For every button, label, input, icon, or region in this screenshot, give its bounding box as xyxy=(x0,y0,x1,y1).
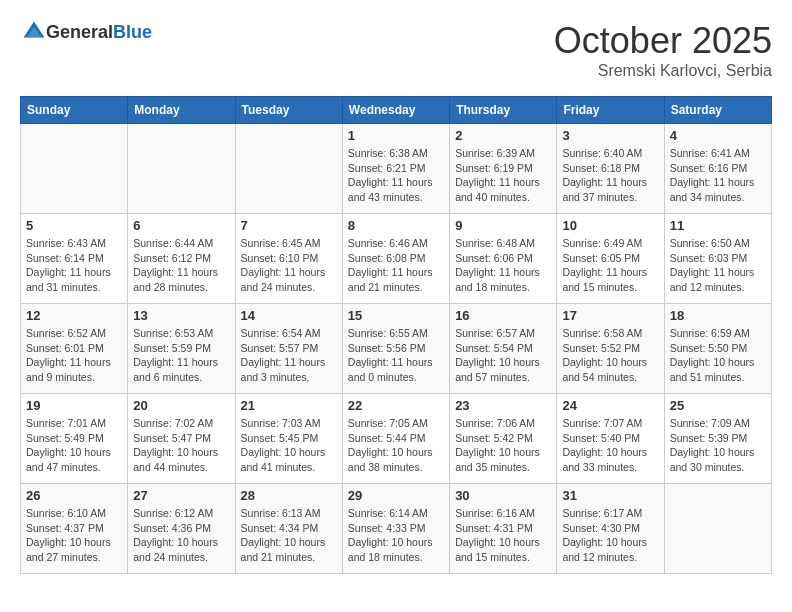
calendar-cell: 25Sunrise: 7:09 AM Sunset: 5:39 PM Dayli… xyxy=(664,394,771,484)
page-header: GeneralBlue October 2025 Sremski Karlovc… xyxy=(20,20,772,80)
day-info: Sunrise: 7:09 AM Sunset: 5:39 PM Dayligh… xyxy=(670,416,766,475)
day-number: 25 xyxy=(670,398,766,413)
day-number: 13 xyxy=(133,308,229,323)
weekday-header-monday: Monday xyxy=(128,97,235,124)
day-info: Sunrise: 6:43 AM Sunset: 6:14 PM Dayligh… xyxy=(26,236,122,295)
day-number: 19 xyxy=(26,398,122,413)
day-number: 22 xyxy=(348,398,444,413)
calendar-cell: 7Sunrise: 6:45 AM Sunset: 6:10 PM Daylig… xyxy=(235,214,342,304)
calendar-cell: 13Sunrise: 6:53 AM Sunset: 5:59 PM Dayli… xyxy=(128,304,235,394)
day-info: Sunrise: 6:54 AM Sunset: 5:57 PM Dayligh… xyxy=(241,326,337,385)
calendar-week-row: 12Sunrise: 6:52 AM Sunset: 6:01 PM Dayli… xyxy=(21,304,772,394)
day-info: Sunrise: 6:16 AM Sunset: 4:31 PM Dayligh… xyxy=(455,506,551,565)
day-number: 4 xyxy=(670,128,766,143)
calendar-cell: 3Sunrise: 6:40 AM Sunset: 6:18 PM Daylig… xyxy=(557,124,664,214)
day-info: Sunrise: 6:45 AM Sunset: 6:10 PM Dayligh… xyxy=(241,236,337,295)
calendar-cell: 24Sunrise: 7:07 AM Sunset: 5:40 PM Dayli… xyxy=(557,394,664,484)
day-number: 3 xyxy=(562,128,658,143)
day-info: Sunrise: 6:13 AM Sunset: 4:34 PM Dayligh… xyxy=(241,506,337,565)
day-info: Sunrise: 6:14 AM Sunset: 4:33 PM Dayligh… xyxy=(348,506,444,565)
calendar-cell: 5Sunrise: 6:43 AM Sunset: 6:14 PM Daylig… xyxy=(21,214,128,304)
calendar-cell: 4Sunrise: 6:41 AM Sunset: 6:16 PM Daylig… xyxy=(664,124,771,214)
day-info: Sunrise: 7:06 AM Sunset: 5:42 PM Dayligh… xyxy=(455,416,551,475)
day-number: 31 xyxy=(562,488,658,503)
day-number: 17 xyxy=(562,308,658,323)
day-number: 7 xyxy=(241,218,337,233)
day-info: Sunrise: 6:38 AM Sunset: 6:21 PM Dayligh… xyxy=(348,146,444,205)
calendar-cell: 14Sunrise: 6:54 AM Sunset: 5:57 PM Dayli… xyxy=(235,304,342,394)
day-number: 21 xyxy=(241,398,337,413)
calendar-cell: 21Sunrise: 7:03 AM Sunset: 5:45 PM Dayli… xyxy=(235,394,342,484)
calendar-cell: 18Sunrise: 6:59 AM Sunset: 5:50 PM Dayli… xyxy=(664,304,771,394)
logo-text-blue: Blue xyxy=(113,22,152,42)
day-info: Sunrise: 7:03 AM Sunset: 5:45 PM Dayligh… xyxy=(241,416,337,475)
calendar-cell: 1Sunrise: 6:38 AM Sunset: 6:21 PM Daylig… xyxy=(342,124,449,214)
weekday-header-saturday: Saturday xyxy=(664,97,771,124)
day-info: Sunrise: 6:55 AM Sunset: 5:56 PM Dayligh… xyxy=(348,326,444,385)
calendar-cell: 12Sunrise: 6:52 AM Sunset: 6:01 PM Dayli… xyxy=(21,304,128,394)
calendar-cell: 27Sunrise: 6:12 AM Sunset: 4:36 PM Dayli… xyxy=(128,484,235,574)
calendar-cell xyxy=(664,484,771,574)
calendar-cell: 20Sunrise: 7:02 AM Sunset: 5:47 PM Dayli… xyxy=(128,394,235,484)
day-info: Sunrise: 6:10 AM Sunset: 4:37 PM Dayligh… xyxy=(26,506,122,565)
day-info: Sunrise: 7:05 AM Sunset: 5:44 PM Dayligh… xyxy=(348,416,444,475)
day-number: 18 xyxy=(670,308,766,323)
day-number: 10 xyxy=(562,218,658,233)
day-info: Sunrise: 6:41 AM Sunset: 6:16 PM Dayligh… xyxy=(670,146,766,205)
day-info: Sunrise: 6:53 AM Sunset: 5:59 PM Dayligh… xyxy=(133,326,229,385)
day-number: 2 xyxy=(455,128,551,143)
day-number: 27 xyxy=(133,488,229,503)
calendar-cell: 9Sunrise: 6:48 AM Sunset: 6:06 PM Daylig… xyxy=(450,214,557,304)
day-info: Sunrise: 6:58 AM Sunset: 5:52 PM Dayligh… xyxy=(562,326,658,385)
day-info: Sunrise: 6:50 AM Sunset: 6:03 PM Dayligh… xyxy=(670,236,766,295)
day-number: 24 xyxy=(562,398,658,413)
day-number: 11 xyxy=(670,218,766,233)
day-info: Sunrise: 6:59 AM Sunset: 5:50 PM Dayligh… xyxy=(670,326,766,385)
day-number: 12 xyxy=(26,308,122,323)
calendar-cell: 19Sunrise: 7:01 AM Sunset: 5:49 PM Dayli… xyxy=(21,394,128,484)
logo-icon xyxy=(22,20,46,44)
weekday-header-thursday: Thursday xyxy=(450,97,557,124)
calendar-cell: 16Sunrise: 6:57 AM Sunset: 5:54 PM Dayli… xyxy=(450,304,557,394)
calendar-cell: 29Sunrise: 6:14 AM Sunset: 4:33 PM Dayli… xyxy=(342,484,449,574)
calendar-cell: 17Sunrise: 6:58 AM Sunset: 5:52 PM Dayli… xyxy=(557,304,664,394)
day-number: 14 xyxy=(241,308,337,323)
day-info: Sunrise: 6:49 AM Sunset: 6:05 PM Dayligh… xyxy=(562,236,658,295)
day-number: 28 xyxy=(241,488,337,503)
day-info: Sunrise: 6:17 AM Sunset: 4:30 PM Dayligh… xyxy=(562,506,658,565)
day-info: Sunrise: 6:57 AM Sunset: 5:54 PM Dayligh… xyxy=(455,326,551,385)
day-info: Sunrise: 6:46 AM Sunset: 6:08 PM Dayligh… xyxy=(348,236,444,295)
calendar-cell xyxy=(235,124,342,214)
day-number: 30 xyxy=(455,488,551,503)
calendar-table: SundayMondayTuesdayWednesdayThursdayFrid… xyxy=(20,96,772,574)
calendar-cell xyxy=(21,124,128,214)
day-info: Sunrise: 6:48 AM Sunset: 6:06 PM Dayligh… xyxy=(455,236,551,295)
day-number: 29 xyxy=(348,488,444,503)
calendar-cell: 28Sunrise: 6:13 AM Sunset: 4:34 PM Dayli… xyxy=(235,484,342,574)
day-number: 1 xyxy=(348,128,444,143)
day-info: Sunrise: 7:02 AM Sunset: 5:47 PM Dayligh… xyxy=(133,416,229,475)
weekday-header-friday: Friday xyxy=(557,97,664,124)
calendar-cell: 15Sunrise: 6:55 AM Sunset: 5:56 PM Dayli… xyxy=(342,304,449,394)
calendar-cell: 26Sunrise: 6:10 AM Sunset: 4:37 PM Dayli… xyxy=(21,484,128,574)
calendar-cell: 22Sunrise: 7:05 AM Sunset: 5:44 PM Dayli… xyxy=(342,394,449,484)
day-number: 6 xyxy=(133,218,229,233)
location-subtitle: Sremski Karlovci, Serbia xyxy=(554,62,772,80)
calendar-week-row: 5Sunrise: 6:43 AM Sunset: 6:14 PM Daylig… xyxy=(21,214,772,304)
weekday-header-tuesday: Tuesday xyxy=(235,97,342,124)
day-info: Sunrise: 7:01 AM Sunset: 5:49 PM Dayligh… xyxy=(26,416,122,475)
day-info: Sunrise: 6:44 AM Sunset: 6:12 PM Dayligh… xyxy=(133,236,229,295)
calendar-week-row: 19Sunrise: 7:01 AM Sunset: 5:49 PM Dayli… xyxy=(21,394,772,484)
day-info: Sunrise: 6:40 AM Sunset: 6:18 PM Dayligh… xyxy=(562,146,658,205)
calendar-cell: 6Sunrise: 6:44 AM Sunset: 6:12 PM Daylig… xyxy=(128,214,235,304)
weekday-header-sunday: Sunday xyxy=(21,97,128,124)
day-number: 15 xyxy=(348,308,444,323)
day-number: 5 xyxy=(26,218,122,233)
day-number: 9 xyxy=(455,218,551,233)
logo: GeneralBlue xyxy=(20,20,152,44)
calendar-header-row: SundayMondayTuesdayWednesdayThursdayFrid… xyxy=(21,97,772,124)
day-number: 26 xyxy=(26,488,122,503)
calendar-cell: 8Sunrise: 6:46 AM Sunset: 6:08 PM Daylig… xyxy=(342,214,449,304)
calendar-week-row: 26Sunrise: 6:10 AM Sunset: 4:37 PM Dayli… xyxy=(21,484,772,574)
day-number: 20 xyxy=(133,398,229,413)
